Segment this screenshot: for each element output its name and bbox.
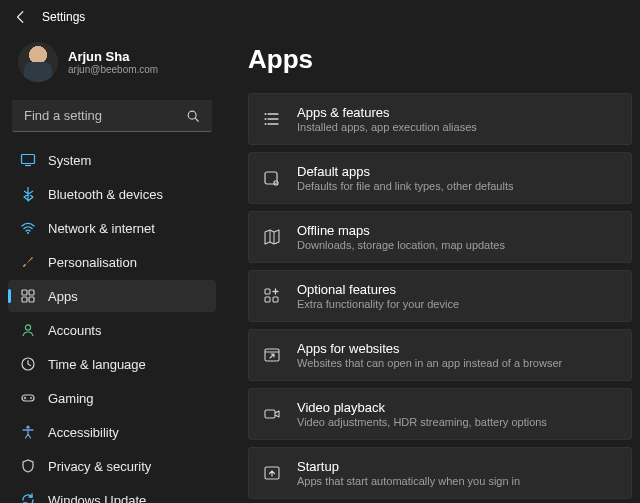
list-icon [263,110,281,128]
sidebar-item-label: Privacy & security [48,459,151,474]
apps-icon [20,288,36,304]
sidebar-item-bluetooth[interactable]: Bluetooth & devices [8,178,216,210]
system-icon [20,152,36,168]
card-startup[interactable]: Startup Apps that start automatically wh… [248,447,632,499]
sidebar-item-label: Bluetooth & devices [48,187,163,202]
card-desc: Apps that start automatically when you s… [297,475,520,487]
sidebar-item-label: Accessibility [48,425,119,440]
startup-icon [263,464,281,482]
card-title: Offline maps [297,223,505,238]
shield-icon [20,458,36,474]
card-video-playback[interactable]: Video playback Video adjustments, HDR st… [248,388,632,440]
svg-point-10 [30,397,32,399]
user-block[interactable]: Arjun Sha arjun@beebom.com [8,36,216,96]
search-input[interactable] [24,108,184,123]
svg-point-13 [265,118,267,120]
sidebar-item-network[interactable]: Network & internet [8,212,216,244]
svg-rect-19 [273,297,278,302]
card-title: Default apps [297,164,513,179]
sidebar-item-label: Apps [48,289,78,304]
card-list: Apps & features Installed apps, app exec… [248,93,632,499]
card-title: Startup [297,459,520,474]
default-apps-icon [263,169,281,187]
svg-rect-9 [22,395,34,401]
svg-rect-21 [265,410,275,418]
card-title: Apps & features [297,105,477,120]
wifi-icon [20,220,36,236]
sidebar-item-label: Network & internet [48,221,155,236]
sidebar-item-gaming[interactable]: Gaming [8,382,216,414]
bluetooth-icon [20,186,36,202]
svg-rect-20 [265,349,279,361]
clock-icon [20,356,36,372]
svg-point-11 [26,426,29,429]
nav: System Bluetooth & devices Network & int… [8,144,216,503]
accessibility-icon [20,424,36,440]
svg-point-14 [265,123,267,125]
card-default-apps[interactable]: Default apps Defaults for file and link … [248,152,632,204]
sidebar-item-label: Gaming [48,391,94,406]
sidebar-item-personalisation[interactable]: Personalisation [8,246,216,278]
link-window-icon [263,346,281,364]
window-title: Settings [42,10,85,24]
sidebar-item-privacy[interactable]: Privacy & security [8,450,216,482]
card-desc: Downloads, storage location, map updates [297,239,505,251]
card-title: Apps for websites [297,341,562,356]
svg-rect-4 [29,290,34,295]
svg-point-2 [27,232,29,234]
avatar [18,42,58,82]
card-apps-features[interactable]: Apps & features Installed apps, app exec… [248,93,632,145]
card-desc: Websites that can open in an app instead… [297,357,562,369]
sidebar-item-label: Time & language [48,357,146,372]
card-offline-maps[interactable]: Offline maps Downloads, storage location… [248,211,632,263]
svg-rect-1 [22,155,35,164]
sidebar-item-system[interactable]: System [8,144,216,176]
sidebar-item-time[interactable]: Time & language [8,348,216,380]
card-desc: Video adjustments, HDR streaming, batter… [297,416,547,428]
main: Apps Apps & features Installed apps, app… [220,30,640,501]
card-desc: Defaults for file and link types, other … [297,180,513,192]
card-apps-websites[interactable]: Apps for websites Websites that can open… [248,329,632,381]
sidebar-item-label: Windows Update [48,493,146,504]
brush-icon [20,254,36,270]
sidebar: Arjun Sha arjun@beebom.com System Blueto… [0,30,220,501]
sidebar-item-label: Personalisation [48,255,137,270]
card-desc: Extra functionality for your device [297,298,459,310]
update-icon [20,492,36,503]
sidebar-item-label: Accounts [48,323,101,338]
sidebar-item-update[interactable]: Windows Update [8,484,216,503]
card-title: Video playback [297,400,547,415]
svg-point-12 [265,113,267,115]
sidebar-item-apps[interactable]: Apps [8,280,216,312]
sidebar-item-label: System [48,153,91,168]
user-email: arjun@beebom.com [68,64,158,75]
gamepad-icon [20,390,36,406]
search-box[interactable] [12,100,212,132]
back-icon[interactable] [14,10,28,24]
svg-rect-6 [29,297,34,302]
card-title: Optional features [297,282,459,297]
search-icon [186,109,200,123]
user-name: Arjun Sha [68,49,158,64]
svg-rect-17 [265,289,270,294]
page-title: Apps [248,44,632,75]
svg-point-7 [25,325,30,330]
card-desc: Installed apps, app execution aliases [297,121,477,133]
plus-grid-icon [263,287,281,305]
person-icon [20,322,36,338]
svg-rect-3 [22,290,27,295]
svg-rect-18 [265,297,270,302]
map-icon [263,228,281,246]
card-optional-features[interactable]: Optional features Extra functionality fo… [248,270,632,322]
sidebar-item-accounts[interactable]: Accounts [8,314,216,346]
svg-rect-5 [22,297,27,302]
sidebar-item-accessibility[interactable]: Accessibility [8,416,216,448]
video-icon [263,405,281,423]
